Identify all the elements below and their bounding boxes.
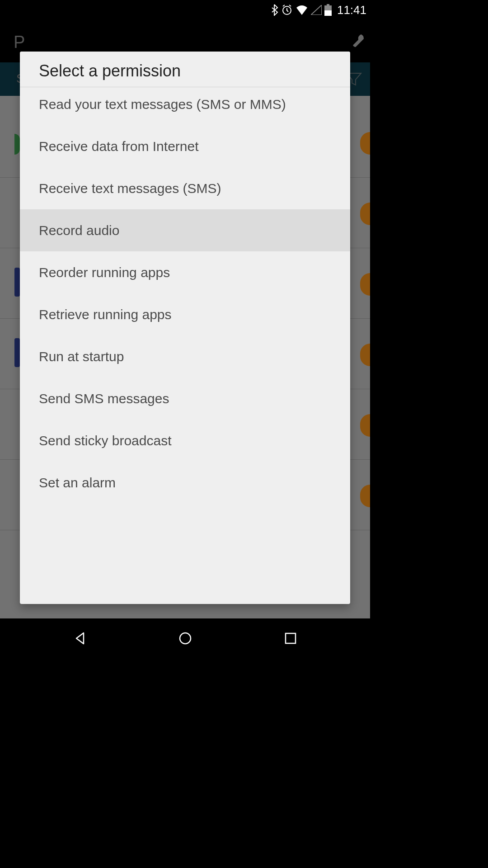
battery-icon [324, 4, 332, 16]
list-item-record-audio[interactable]: Record audio [20, 209, 350, 251]
nav-bar [0, 618, 370, 658]
list-item-receive-data[interactable]: Receive data from Internet [20, 125, 350, 167]
dialog-title: Select a permission [39, 61, 331, 80]
bluetooth-icon [270, 4, 278, 16]
list-item-retrieve-apps[interactable]: Retrieve running apps [20, 293, 350, 335]
list-item-sticky-broadcast[interactable]: Send sticky broadcast [20, 420, 350, 462]
dialog-scrim[interactable]: Select a permission y Read your text mes… [0, 20, 370, 618]
wifi-icon [296, 5, 308, 15]
status-bar: 11:41 [0, 0, 370, 20]
svg-point-4 [180, 633, 191, 644]
status-icons: 11:41 [270, 3, 366, 17]
list-item-run-startup[interactable]: Run at startup [20, 335, 350, 377]
permission-dialog: Select a permission y Read your text mes… [20, 52, 350, 604]
status-time: 11:41 [337, 3, 366, 17]
svg-rect-5 [286, 633, 296, 643]
list-item-receive-sms[interactable]: Receive text messages (SMS) [20, 167, 350, 209]
list-item-read-sms[interactable]: Read your text messages (SMS or MMS) [20, 87, 350, 125]
recent-apps-button[interactable] [277, 625, 304, 652]
back-button[interactable] [66, 625, 94, 652]
home-button[interactable] [172, 625, 199, 652]
dialog-header: Select a permission [20, 52, 350, 87]
list-item-set-alarm[interactable]: Set an alarm [20, 462, 350, 504]
dialog-list[interactable]: y Read your text messages (SMS or MMS) R… [20, 87, 350, 604]
svg-rect-2 [324, 10, 332, 16]
list-item-send-sms[interactable]: Send SMS messages [20, 377, 350, 420]
svg-rect-3 [327, 4, 329, 5]
cell-signal-icon [311, 5, 322, 15]
list-item-reorder-apps[interactable]: Reorder running apps [20, 251, 350, 293]
alarm-icon [281, 4, 293, 16]
